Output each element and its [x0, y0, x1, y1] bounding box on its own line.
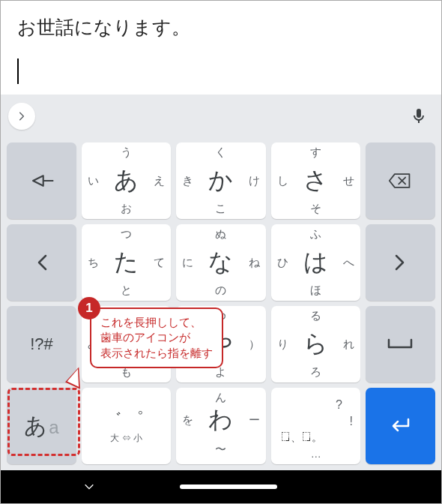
kana-key-wa[interactable]: ん わ 〜 を ー	[176, 388, 265, 464]
keyboard: あ う お い え か く こ き け さ す そ し せ た つ と	[1, 138, 441, 470]
nav-hide-keyboard[interactable]	[83, 481, 95, 493]
kana-key-た[interactable]: た つ と ち て	[82, 224, 171, 301]
chevron-right-icon	[16, 111, 27, 122]
dakuten-key[interactable]: ゛゜大 ⇔ 小	[82, 388, 171, 464]
kana-key-ら[interactable]: ら る ろ り れ	[271, 306, 360, 382]
kana-key-な[interactable]: な ぬ の に ね	[176, 224, 265, 301]
mic-icon	[410, 107, 428, 125]
chevron-down-icon	[83, 481, 95, 493]
reverse-tab-icon	[29, 172, 55, 189]
kana-key-さ[interactable]: さ す そ し せ	[271, 142, 360, 219]
callout-badge: 1	[78, 297, 100, 320]
space-key[interactable]	[366, 306, 435, 382]
punctuation-key[interactable]: 、 。 ? ! …	[271, 388, 360, 464]
kana-key-は[interactable]: は ふ ほ ひ へ	[271, 224, 360, 301]
reverse-tab-key[interactable]	[7, 142, 76, 219]
navigation-bar	[1, 470, 441, 503]
backspace-key[interactable]	[366, 142, 435, 219]
nav-home-pill[interactable]	[180, 484, 277, 489]
text-cursor	[17, 58, 19, 84]
expand-button[interactable]	[8, 103, 35, 130]
keyboard-row: あa゛゜大 ⇔ 小 ん わ 〜 を ー 、 。 ? ! …	[7, 388, 435, 464]
right-caret-key[interactable]	[366, 224, 435, 301]
right-caret-icon	[395, 254, 405, 271]
kana-key-あ[interactable]: あ う お い え	[82, 142, 171, 219]
kana-key-か[interactable]: か く こ き け	[176, 142, 265, 219]
typed-text: お世話になります。	[17, 14, 425, 40]
enter-icon	[389, 418, 411, 434]
space-icon	[387, 338, 413, 350]
language-switch-key[interactable]: あa	[7, 388, 76, 464]
left-caret-icon	[37, 254, 47, 271]
backspace-icon	[388, 172, 412, 190]
cursor-line	[17, 58, 425, 87]
keyboard-row: あ う お い え か く こ き け さ す そ し せ	[7, 142, 435, 219]
left-caret-key[interactable]	[7, 224, 76, 301]
mic-button[interactable]	[410, 107, 428, 125]
text-input-area[interactable]: お世話になります。	[1, 1, 441, 94]
symbols-key[interactable]: !?#	[7, 306, 76, 382]
callout-bubble: これを長押しして、 歯車のアイコンが 表示されたら指を離す	[90, 308, 223, 368]
keyboard-row: た つ と ち て な ぬ の に ね は ふ ほ ひ へ	[7, 224, 435, 301]
suggestion-bar	[1, 94, 441, 138]
enter-key[interactable]	[366, 388, 435, 464]
